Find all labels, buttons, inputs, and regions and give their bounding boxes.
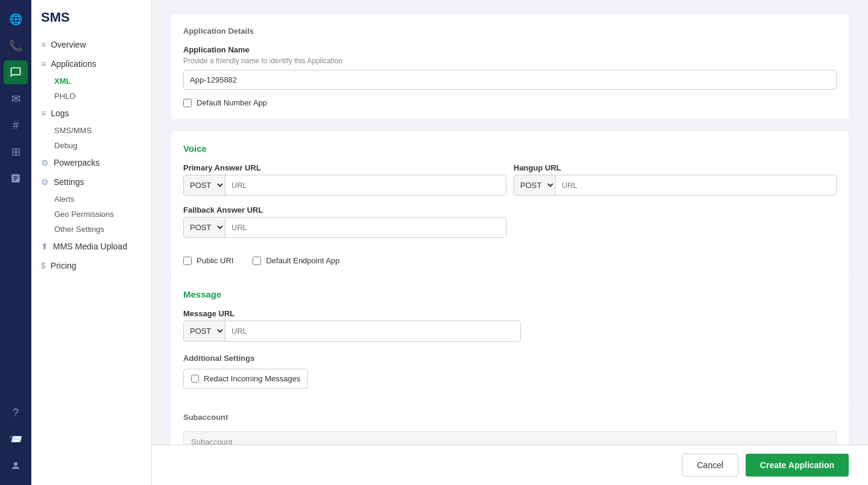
public-uri-row: Public URI — [183, 256, 233, 265]
hangup-method-select[interactable]: POST GET — [514, 175, 556, 195]
app-name-label: Application Name — [183, 45, 837, 54]
app-name-hint: Provide a friendly name to identify this… — [183, 57, 837, 65]
powerpacks-icon: ⚙ — [41, 158, 49, 167]
fallback-row: Fallback Answer URL POST GET — [183, 205, 837, 238]
additional-settings-label: Additional Settings — [183, 354, 837, 363]
default-endpoint-app-label: Default Endpoint App — [266, 256, 339, 265]
voice-checkboxes: Public URI Default Endpoint App — [183, 248, 837, 265]
reports-icon[interactable] — [4, 166, 28, 190]
sidebar-sub-alerts[interactable]: Alerts — [31, 192, 151, 207]
sidebar-item-settings[interactable]: ⚙ Settings — [31, 172, 151, 192]
sidebar-item-logs[interactable]: ≡ Logs — [31, 104, 151, 123]
applications-icon: ≡ — [41, 59, 46, 69]
message-section-title: Message — [183, 289, 837, 299]
sidebar-sub-phlo[interactable]: PHLO — [31, 89, 151, 104]
fallback-url-group: Fallback Answer URL POST GET — [183, 205, 506, 238]
hangup-url-label: Hangup URL — [514, 163, 837, 172]
account-icon[interactable] — [4, 454, 28, 478]
section-application-details-label: Application Details — [183, 27, 837, 36]
redact-incoming-messages-checkbox[interactable] — [191, 375, 199, 383]
default-number-app-row: Default Number App — [183, 98, 837, 107]
primary-answer-input-group: POST GET — [183, 175, 506, 196]
pricing-icon: $ — [41, 261, 46, 271]
default-number-app-label: Default Number App — [197, 98, 267, 107]
additional-settings-group: Additional Settings Redact Incoming Mess… — [183, 354, 837, 389]
default-endpoint-app-row: Default Endpoint App — [253, 256, 339, 265]
message-url-label: Message URL — [183, 309, 837, 318]
message-url-group: Message URL POST GET — [183, 309, 837, 342]
hangup-input-group: POST GET — [514, 175, 837, 196]
globe-icon[interactable]: 🌐 — [4, 7, 28, 31]
redact-incoming-messages-label: Redact Incoming Messages — [204, 374, 300, 383]
sidebar-item-pricing[interactable]: $ Pricing — [31, 256, 151, 275]
fallback-url-label: Fallback Answer URL — [183, 205, 506, 214]
sidebar-title: SMS — [31, 10, 151, 35]
phone-icon[interactable]: 📞 — [4, 34, 28, 58]
fallback-method-select[interactable]: POST GET — [184, 217, 225, 237]
contact-icon[interactable]: 📨 — [4, 427, 28, 451]
sidebar-item-mms[interactable]: ⬆ MMS Media Upload — [31, 237, 151, 256]
public-uri-label: Public URI — [197, 256, 233, 265]
overview-icon: ≡ — [41, 40, 46, 49]
fallback-url-input[interactable] — [225, 217, 506, 237]
cancel-button[interactable]: Cancel — [682, 454, 738, 477]
message-url-input[interactable] — [225, 321, 520, 341]
mms-icon: ⬆ — [41, 242, 48, 251]
voice-section-card: Voice Primary Answer URL POST GET Hangup… — [171, 131, 849, 277]
sidebar-item-powerpacks[interactable]: ⚙ Powerpacks — [31, 153, 151, 172]
application-details-card: Application Details Application Name Pro… — [171, 14, 849, 119]
default-endpoint-app-checkbox[interactable] — [253, 257, 261, 265]
sidebar-sub-smsmms[interactable]: SMS/MMS — [31, 123, 151, 138]
settings-icon: ⚙ — [41, 177, 49, 187]
sidebar-item-overview[interactable]: ≡ Overview — [31, 35, 151, 54]
sidebar-sub-other-settings[interactable]: Other Settings — [31, 222, 151, 237]
message-input-group: POST GET — [183, 321, 521, 342]
svg-point-0 — [14, 462, 17, 466]
voice-section-title: Voice — [183, 143, 837, 154]
message-section-card: Message Message URL POST GET Additional … — [171, 277, 849, 401]
primary-answer-url-label: Primary Answer URL — [183, 163, 506, 172]
sidebar-sub-geo-permissions[interactable]: Geo Permissions — [31, 207, 151, 222]
sidebar-item-applications[interactable]: ≡ Applications — [31, 54, 151, 74]
icon-rail: 🌐 📞 ✉ # ⊞ ? 📨 — [0, 0, 31, 485]
app-name-input[interactable] — [183, 70, 837, 90]
primary-answer-method-select[interactable]: POST GET — [184, 175, 225, 195]
main-content: Application Details Application Name Pro… — [152, 0, 868, 485]
primary-answer-url-group: Primary Answer URL POST GET — [183, 163, 506, 196]
sidebar: SMS ≡ Overview ≡ Applications XML PHLO ≡… — [31, 0, 152, 485]
logs-icon: ≡ — [41, 108, 46, 118]
hangup-url-group: Hangup URL POST GET — [514, 163, 837, 196]
sms-icon[interactable] — [4, 60, 28, 84]
default-number-app-checkbox[interactable] — [183, 99, 192, 107]
sidebar-sub-xml[interactable]: XML — [31, 74, 151, 89]
hash-icon[interactable]: # — [4, 113, 28, 137]
subaccount-section-label: Subaccount — [183, 413, 837, 422]
hangup-url-input[interactable] — [556, 175, 836, 195]
footer-bar: Cancel Create Application — [152, 445, 868, 485]
message-method-select[interactable]: POST GET — [184, 321, 225, 341]
primary-answer-url-input[interactable] — [225, 175, 506, 195]
create-application-button[interactable]: Create Application — [746, 454, 849, 477]
fallback-spacer — [514, 205, 837, 238]
primary-hangup-row: Primary Answer URL POST GET Hangup URL P… — [183, 163, 837, 196]
sidebar-sub-debug[interactable]: Debug — [31, 138, 151, 153]
help-icon[interactable]: ? — [4, 401, 28, 425]
app-name-field-group: Application Name Provide a friendly name… — [183, 45, 837, 90]
sms2-icon[interactable]: ✉ — [4, 87, 28, 111]
template-icon[interactable]: ⊞ — [4, 140, 28, 164]
redact-incoming-messages-row[interactable]: Redact Incoming Messages — [183, 369, 308, 389]
fallback-input-group: POST GET — [183, 217, 506, 238]
public-uri-checkbox[interactable] — [183, 257, 192, 265]
